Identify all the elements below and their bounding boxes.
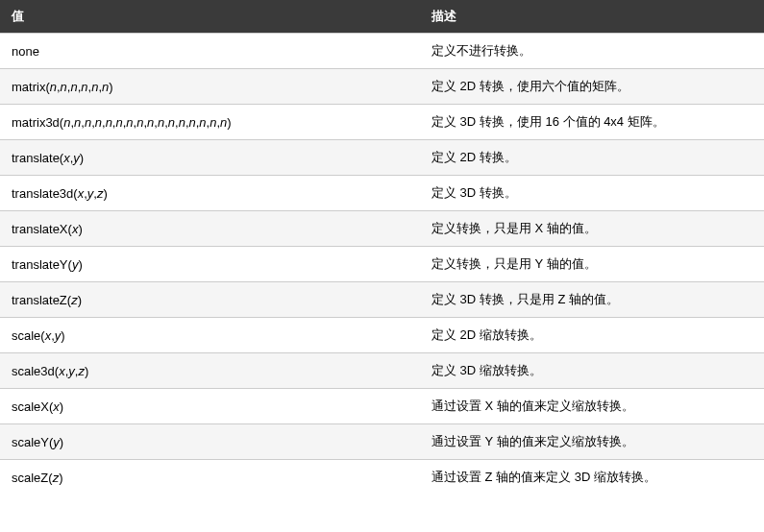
param: n: [74, 115, 81, 130]
param: z: [53, 471, 60, 485]
cell-value: scaleY(y): [0, 424, 420, 460]
cell-description: 定义不进行转换。: [420, 34, 764, 69]
param: y: [68, 364, 75, 378]
param: n: [81, 80, 87, 94]
param: n: [179, 115, 185, 130]
param: x: [53, 399, 60, 414]
table-row: translate(x,y)定义 2D 转换。: [0, 140, 764, 176]
param: n: [106, 115, 112, 130]
param: n: [61, 80, 67, 94]
cell-value: translate(x,y): [0, 140, 420, 176]
cell-description: 定义 3D 缩放转换。: [420, 353, 764, 389]
cell-value: translate3d(x,y,z): [0, 176, 420, 211]
param: n: [136, 115, 143, 130]
param: n: [209, 115, 216, 130]
cell-value: scaleZ(z): [0, 460, 420, 496]
param: n: [85, 115, 91, 130]
param: n: [126, 115, 133, 130]
cell-description: 定义转换，只是用 X 轴的值。: [420, 211, 764, 247]
param: n: [50, 80, 57, 94]
param: n: [91, 80, 98, 94]
cell-value: matrix(n,n,n,n,n,n): [0, 69, 420, 105]
param: y: [72, 257, 79, 272]
cell-description: 通过设置 Z 轴的值来定义 3D 缩放转换。: [420, 460, 764, 496]
cell-description: 定义 2D 缩放转换。: [420, 318, 764, 353]
cell-description: 定义 3D 转换，使用 16 个值的 4x4 矩阵。: [420, 105, 764, 140]
cell-description: 定义 2D 转换。: [420, 140, 764, 176]
cell-description: 定义 2D 转换，使用六个值的矩阵。: [420, 69, 764, 105]
param: x: [63, 151, 70, 165]
table-row: none定义不进行转换。: [0, 34, 764, 69]
cell-description: 定义 3D 转换。: [420, 176, 764, 211]
table-row: scale3d(x,y,z)定义 3D 缩放转换。: [0, 353, 764, 389]
table-row: scaleZ(z)通过设置 Z 轴的值来定义 3D 缩放转换。: [0, 460, 764, 496]
param: y: [73, 151, 80, 165]
cell-value: translateZ(z): [0, 282, 420, 318]
transform-table: 值 描述 none定义不进行转换。matrix(n,n,n,n,n,n)定义 2…: [0, 0, 764, 495]
param: x: [59, 364, 65, 378]
cell-value: scale(x,y): [0, 318, 420, 353]
cell-value: matrix3d(n,n,n,n,n,n,n,n,n,n,n,n,n,n,n,n…: [0, 105, 420, 140]
table-row: translate3d(x,y,z)定义 3D 转换。: [0, 176, 764, 211]
param: n: [63, 115, 70, 130]
param: z: [78, 364, 85, 378]
table-header-row: 值 描述: [0, 0, 764, 34]
param: n: [168, 115, 175, 130]
param: n: [199, 115, 206, 130]
cell-description: 定义 3D 转换，只是用 Z 轴的值。: [420, 282, 764, 318]
param: n: [102, 80, 109, 94]
param: n: [189, 115, 196, 130]
header-value: 值: [0, 0, 420, 34]
table-row: matrix(n,n,n,n,n,n)定义 2D 转换，使用六个值的矩阵。: [0, 69, 764, 105]
table-row: matrix3d(n,n,n,n,n,n,n,n,n,n,n,n,n,n,n,n…: [0, 105, 764, 140]
table-row: scale(x,y)定义 2D 缩放转换。: [0, 318, 764, 353]
table-row: translateX(x)定义转换，只是用 X 轴的值。: [0, 211, 764, 247]
table-row: scaleY(y)通过设置 Y 轴的值来定义缩放转换。: [0, 424, 764, 460]
cell-value: translateY(y): [0, 247, 420, 282]
header-description: 描述: [420, 0, 764, 34]
cell-description: 定义转换，只是用 Y 轴的值。: [420, 247, 764, 282]
param: x: [72, 222, 79, 236]
param: y: [55, 328, 62, 343]
cell-description: 通过设置 X 轴的值来定义缩放转换。: [420, 389, 764, 424]
param: z: [97, 186, 104, 201]
table-row: translateZ(z)定义 3D 转换，只是用 Z 轴的值。: [0, 282, 764, 318]
param: n: [70, 80, 77, 94]
param: y: [87, 186, 94, 201]
param: n: [220, 115, 227, 130]
param: n: [95, 115, 102, 130]
cell-value: scaleX(x): [0, 389, 420, 424]
cell-value: translateX(x): [0, 211, 420, 247]
cell-description: 通过设置 Y 轴的值来定义缩放转换。: [420, 424, 764, 460]
cell-value: none: [0, 34, 420, 69]
param: x: [45, 328, 52, 343]
param: n: [158, 115, 164, 130]
param: y: [53, 435, 60, 449]
param: n: [115, 115, 122, 130]
param: x: [78, 186, 85, 201]
table-row: scaleX(x)通过设置 X 轴的值来定义缩放转换。: [0, 389, 764, 424]
param: n: [147, 115, 154, 130]
cell-value: scale3d(x,y,z): [0, 353, 420, 389]
param: z: [71, 293, 78, 307]
table-row: translateY(y)定义转换，只是用 Y 轴的值。: [0, 247, 764, 282]
